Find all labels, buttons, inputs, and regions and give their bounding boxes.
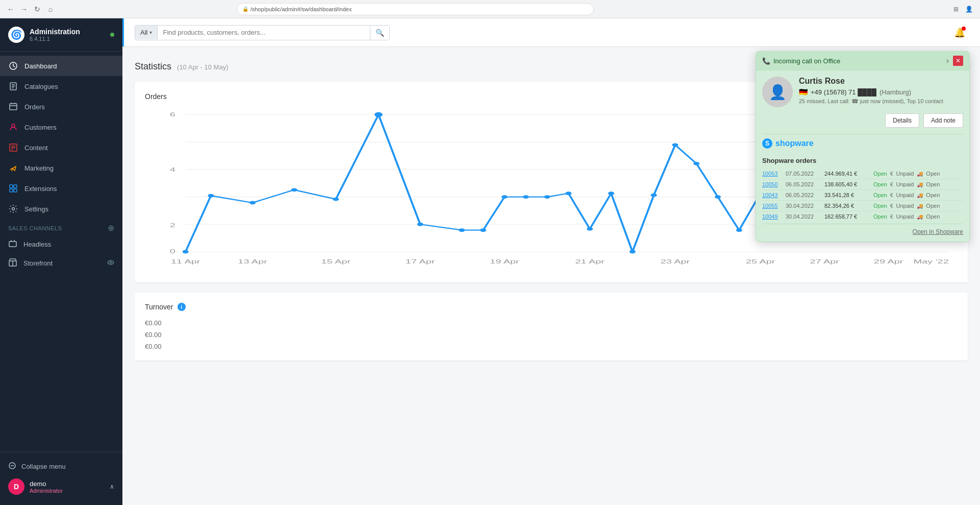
svg-text:2: 2 — [170, 222, 175, 228]
back-button[interactable]: ← — [5, 4, 16, 15]
home-button[interactable]: ⌂ — [45, 4, 56, 15]
caller-info: 👤 Curtis Rose 🇩🇪 +49 (15678) 71 ████ (Ha… — [762, 77, 963, 107]
call-popup-body: 👤 Curtis Rose 🇩🇪 +49 (15678) 71 ████ (Ha… — [756, 70, 969, 242]
sidebar-item-storefront[interactable]: Storefront — [0, 254, 122, 273]
call-popup-header: 📞 Incoming call on Office › ✕ — [756, 52, 969, 70]
svg-point-43 — [459, 228, 465, 232]
call-popup: 📞 Incoming call on Office › ✕ 👤 Curtis R… — [756, 51, 970, 242]
online-indicator — [110, 33, 114, 37]
svg-point-46 — [523, 195, 529, 199]
address-bar[interactable]: 🔒 /shop/public/admin#/sw/dashboard/index — [237, 3, 594, 15]
svg-point-50 — [608, 191, 614, 195]
flag-germany-icon: 🇩🇪 — [799, 88, 808, 96]
order-amount-1: 244.969,41 € — [824, 171, 870, 177]
svg-text:0: 0 — [170, 248, 175, 255]
add-sales-channel-button[interactable]: ⊕ — [108, 223, 115, 233]
extensions-icon[interactable]: ⊞ — [950, 4, 962, 15]
order-id-10053[interactable]: 10053 — [762, 171, 783, 177]
user-section[interactable]: D demo Administrator ∧ — [8, 474, 114, 499]
notification-button[interactable]: 🔔 — [951, 25, 968, 41]
sidebar-item-catalogues[interactable]: Catalogues — [0, 76, 122, 97]
storefront-visibility-icon[interactable] — [107, 259, 114, 268]
sidebar-item-marketing[interactable]: Marketing — [0, 158, 122, 178]
sidebar-item-label-settings: Settings — [24, 205, 48, 213]
call-popup-close-button[interactable]: ✕ — [953, 56, 963, 66]
svg-point-45 — [501, 195, 508, 199]
order-id-10055[interactable]: 10055 — [762, 203, 783, 209]
profile-icon[interactable]: 👤 — [964, 4, 975, 15]
svg-rect-13 — [10, 185, 13, 188]
customers-icon — [8, 122, 18, 132]
table-row: 10049 30.04.2022 162.658,77 € Open € Unp… — [762, 211, 963, 222]
sidebar-logo: 🌀 — [8, 27, 24, 43]
svg-point-37 — [208, 194, 214, 198]
table-row: 10043 06.05.2022 33.541,28 € Open € Unpa… — [762, 190, 963, 201]
order-status-2: Open — [873, 181, 887, 187]
open-shopware-row: Open in Shopware — [762, 224, 963, 235]
sidebar-item-headless[interactable]: Headless — [0, 235, 122, 254]
svg-text:23 Apr: 23 Apr — [661, 258, 690, 264]
euro-icon-3: € — [890, 193, 893, 198]
call-popup-title: 📞 Incoming call on Office — [762, 57, 840, 65]
sidebar-item-settings[interactable]: Settings — [0, 199, 122, 219]
sidebar-brand: Administration 6.4.11.1 — [30, 28, 80, 42]
add-note-button[interactable]: Add note — [923, 113, 963, 128]
dashboard-icon — [8, 61, 18, 71]
collapse-menu-button[interactable]: Collapse menu — [8, 459, 114, 474]
order-status-3: Open — [873, 192, 887, 198]
search-filter-dropdown[interactable]: All ▾ — [135, 26, 158, 39]
open-in-shopware-button[interactable]: Open in Shopware — [913, 228, 963, 235]
svg-point-7 — [12, 124, 15, 127]
sidebar-item-extensions[interactable]: Extensions — [0, 178, 122, 199]
refresh-button[interactable]: ↻ — [32, 4, 43, 15]
order-payment-5: Unpaid — [896, 213, 914, 220]
caller-meta: 25 missed, Last call: ☎ just now (missed… — [799, 98, 963, 105]
sidebar-item-dashboard[interactable]: Dashboard — [0, 56, 122, 76]
svg-rect-5 — [10, 104, 17, 110]
order-payment-2: Unpaid — [896, 181, 914, 187]
content-icon — [8, 142, 18, 153]
turnover-title: Turnover — [145, 303, 173, 311]
svg-text:11 Apr: 11 Apr — [171, 258, 200, 264]
svg-text:21 Apr: 21 Apr — [575, 258, 605, 264]
svg-rect-14 — [14, 185, 17, 188]
sales-channels-title: Sales Channels ⊕ — [8, 223, 114, 233]
search-input[interactable] — [158, 26, 370, 39]
forward-button[interactable]: → — [18, 4, 30, 15]
sidebar-item-label-extensions: Extensions — [24, 185, 57, 193]
storefront-icon — [8, 258, 17, 269]
svg-text:May '22: May '22 — [914, 258, 949, 264]
order-amount-2: 138.605,40 € — [824, 181, 870, 187]
user-chevron-icon: ∧ — [110, 483, 114, 490]
svg-text:15 Apr: 15 Apr — [321, 258, 351, 264]
settings-icon — [8, 204, 18, 214]
call-popup-minimize-button[interactable]: › — [946, 56, 949, 65]
svg-text:29 Apr: 29 Apr — [874, 258, 903, 264]
svg-point-38 — [249, 201, 256, 205]
svg-point-23 — [110, 262, 112, 263]
sidebar-item-content[interactable]: Content — [0, 137, 122, 158]
shopware-logo-icon: S — [762, 138, 772, 149]
euro-icon-2: € — [890, 182, 893, 187]
turnover-header: Turnover i — [145, 303, 958, 311]
search-button[interactable]: 🔍 — [370, 26, 389, 40]
svg-text:6: 6 — [170, 111, 175, 117]
sidebar-item-orders[interactable]: Orders — [0, 97, 122, 117]
details-button[interactable]: Details — [885, 113, 919, 128]
order-id-10043[interactable]: 10043 — [762, 192, 783, 198]
turnover-value-2: €0.00 — [145, 331, 958, 339]
order-id-10050[interactable]: 10050 — [762, 181, 783, 187]
browser-actions: ⊞ 👤 — [950, 4, 975, 15]
svg-point-49 — [587, 227, 593, 231]
user-info: demo Administrator — [30, 480, 105, 494]
caller-avatar-icon: 👤 — [769, 84, 787, 101]
turnover-info-icon[interactable]: i — [178, 303, 186, 311]
url-text: /shop/public/admin#/sw/dashboard/index — [250, 6, 352, 12]
sidebar-item-customers[interactable]: Customers — [0, 117, 122, 137]
shopware-branding: S shopware — [762, 134, 963, 153]
caller-phone-row: 🇩🇪 +49 (15678) 71 ████ (Hamburg) — [799, 88, 963, 96]
svg-text:25 Apr: 25 Apr — [746, 258, 775, 264]
order-id-10049[interactable]: 10049 — [762, 213, 783, 220]
extensions-nav-icon — [8, 183, 18, 194]
svg-point-54 — [693, 162, 699, 165]
